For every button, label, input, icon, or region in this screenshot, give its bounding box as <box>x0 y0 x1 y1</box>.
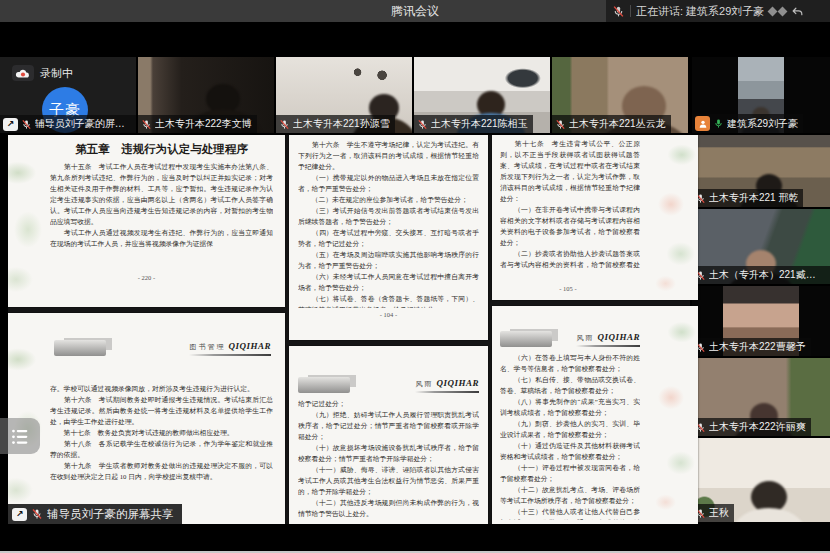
page-floral-decoration <box>644 306 698 524</box>
header-logo-text: 图书管理QIQIHAR <box>189 335 271 356</box>
document-page-220: 第五章 违规行为认定与处理程序 第十五条 考试工作人员在考试过程中发现考生实施本… <box>8 135 285 307</box>
page-floral-decoration <box>644 135 698 300</box>
page-number: - 220 - <box>8 274 285 281</box>
page-text: 第十六条 学生不遵守考场纪律，认定为考试违纪。有下列行为之一者，取消该科目的考试… <box>298 139 479 308</box>
page-text: 第十七条 考生违背考试公平、公正原则，以不正当手段获得或者试图获得试题答案、考试… <box>500 138 640 270</box>
participant-name: 建筑系29刘子豪 <box>727 117 798 131</box>
participants-panel-toggle[interactable] <box>0 418 40 454</box>
layout-switch-icon[interactable] <box>769 8 786 15</box>
participant-name: 土木专升本222许丽爽 <box>709 420 806 434</box>
logo-cn-text: 风雨 <box>576 334 594 342</box>
participant-name: 土木专升本221孙源雪 <box>293 117 390 131</box>
tile-name-label: 土木专升本221 邢乾 <box>692 189 803 207</box>
video-tile-zangchunyu[interactable]: 土木（专升本）221臧春雨 <box>692 209 830 284</box>
restore-arrow-icon[interactable] <box>791 5 804 18</box>
chapter-title: 第五章 违规行为认定与处理程序 <box>48 142 275 157</box>
participant-name: 土木（专升本）221臧春雨 <box>709 268 825 282</box>
video-tile-xulishuang[interactable]: 土木专升本222许丽爽 <box>692 358 830 436</box>
participant-name: 土木专升本222李文博 <box>155 117 252 131</box>
document-page-104: 第十六条 学生不遵守考场纪律，认定为考试违纪。有下列行为之一者，取消该科目的考试… <box>289 135 488 340</box>
recording-indicator: 录制中 <box>12 65 73 81</box>
host-person-icon <box>695 116 710 131</box>
recording-label: 录制中 <box>40 66 73 81</box>
participant-silhouette <box>733 481 805 522</box>
logo-underline <box>189 354 271 356</box>
logo-cn-text: 图书管理 <box>189 343 225 351</box>
video-tile-liwenbo[interactable]: 土木专升本222李文博 <box>138 57 274 133</box>
tile-name-label: ↗ 辅导员刘子豪的屏幕... <box>0 115 136 133</box>
page-text: 存。学校可以通过视频录像回放，对所涉及考生违规行为进行认定。 第十六条 考试期间… <box>50 383 273 518</box>
page-header-logo: 风雨QIQIHAR <box>298 372 479 393</box>
header-sketch-image <box>54 340 106 356</box>
screen-share-icon: ↗ <box>3 118 18 131</box>
muted-mic-icon <box>555 119 566 130</box>
video-tile-sunyuanxue[interactable]: 土木专升本221孙源雪 <box>276 57 412 133</box>
document-page-221: 图书管理QIQIHAR 存。学校可以通过视频录像回放，对所涉及考生违规行为进行认… <box>8 313 285 524</box>
participant-name: 王秋 <box>709 506 729 520</box>
document-page-105: 风雨QIQIHAR 给予记过处分； （九）拒绝、妨碍考试工作人员履行管理职责扰乱… <box>289 346 488 524</box>
header-sketch-image <box>500 331 552 347</box>
logo-cn-text: 风雨 <box>415 380 433 388</box>
speaking-indicator: 正在讲话: 建筑系29刘子豪 <box>606 0 830 22</box>
header-sketch-image <box>298 377 350 393</box>
muted-mic-icon <box>141 119 152 130</box>
page-header-logo: 图书管理QIQIHAR <box>54 335 271 356</box>
video-tile-share-preview[interactable]: 录制中 子豪 ↗ 辅导员刘子豪的屏幕... <box>0 57 136 133</box>
participant-name: 土木专升本221陈相玉 <box>431 117 528 131</box>
tile-name-label: 土木专升本222李文博 <box>138 115 257 133</box>
muted-mic-icon <box>417 119 428 130</box>
header-logo-text: 风雨QIQIHAR <box>415 372 479 393</box>
participant-name: 土木专升本221 邢乾 <box>709 191 798 205</box>
logo-underline <box>576 345 640 347</box>
tile-name-label: 土木专升本221陈相玉 <box>414 115 533 133</box>
video-tile-xingqian[interactable]: 土木专升本221 邢乾 <box>692 135 830 207</box>
divider <box>630 5 631 17</box>
tile-name-label: 土木专升本221丛云龙 <box>552 115 671 133</box>
tile-name-label: 土木（专升本）221臧春雨 <box>692 266 830 284</box>
participant-name: 土木专升本222曹馨予 <box>709 340 806 354</box>
muted-mic-icon <box>31 508 43 520</box>
speaking-label: 正在讲话: 建筑系29刘子豪 <box>636 4 764 19</box>
page-header-logo: 风雨QIQIHAR <box>500 326 640 347</box>
tile-name-label: 建筑系29刘子豪 <box>692 114 803 133</box>
screen-share-viewport: 第五章 违规行为认定与处理程序 第十五条 考试工作人员在考试过程中发现考生实施本… <box>8 135 690 524</box>
video-tile-liuzihao[interactable]: 建筑系29刘子豪 <box>692 57 830 133</box>
page-leaf-decoration <box>8 135 48 307</box>
active-mic-icon <box>713 118 724 129</box>
tile-name-label: 土木专升本222许丽爽 <box>692 418 811 436</box>
document-page-105b: 第十七条 考生违背考试公平、公正原则，以不正当手段获得或者试图获得试题答案、考试… <box>492 135 698 300</box>
video-tile-congyunlong[interactable]: 土木专升本221丛云龙 <box>552 57 688 133</box>
page-number: - 104 - <box>289 311 488 318</box>
title-bar: 腾讯会议 正在讲话: 建筑系29刘子豪 <box>0 0 830 22</box>
tile-name-label: 土木专升本222曹馨予 <box>692 338 811 356</box>
muted-mic-icon <box>279 119 290 130</box>
page-text: 给予记过处分； （九）拒绝、妨碍考试工作人员履行管理职责扰乱考试秩序者，给予记过… <box>298 398 479 520</box>
page-text: 第十五条 考试工作人员在考试过程中发现考生实施本办法第八条、第九条所列考试违纪、… <box>50 161 273 273</box>
recording-cloud-icon <box>12 65 34 81</box>
video-tile-chenxiangyu[interactable]: 土木专升本221陈相玉 <box>414 57 550 133</box>
tile-name-label: 土木专升本221孙源雪 <box>276 115 395 133</box>
screen-share-banner: ↗ 辅导员刘子豪的屏幕共享 <box>8 504 182 524</box>
logo-en-text: QIQIHAR <box>228 341 271 351</box>
list-menu-icon <box>10 427 30 445</box>
participant-name: 辅导员刘子豪的屏幕... <box>35 117 131 131</box>
logo-en-text: QIQIHAR <box>597 332 640 342</box>
document-page-106: 风雨QIQIHAR （六）在答卷上填写与本人身份不符的姓名、学号等信息者，给予留… <box>492 306 698 524</box>
tile-name-label: 王秋 <box>692 504 734 522</box>
muted-mic-icon <box>21 119 32 130</box>
muted-mic-icon <box>612 5 625 18</box>
screen-share-icon: ↗ <box>12 508 27 521</box>
page-number: - 105 - <box>492 285 644 292</box>
participant-name: 土木专升本221丛云龙 <box>569 117 666 131</box>
video-tile-caoxinyu[interactable]: 土木专升本222曹馨予 <box>692 286 830 356</box>
tencent-meeting-window: 腾讯会议 正在讲话: 建筑系29刘子豪 录制中 子豪 ↗ 辅导 <box>0 0 830 553</box>
share-banner-label: 辅导员刘子豪的屏幕共享 <box>47 507 174 522</box>
logo-en-text: QIQIHAR <box>436 378 479 388</box>
video-tile-wangqiu[interactable]: 王秋 <box>692 438 830 522</box>
logo-underline <box>415 391 479 393</box>
page-text: （六）在答卷上填写与本人身份不符的姓名、学号等信息者，给予留校察看处分； （七）… <box>500 352 640 520</box>
header-logo-text: 风雨QIQIHAR <box>576 326 640 347</box>
